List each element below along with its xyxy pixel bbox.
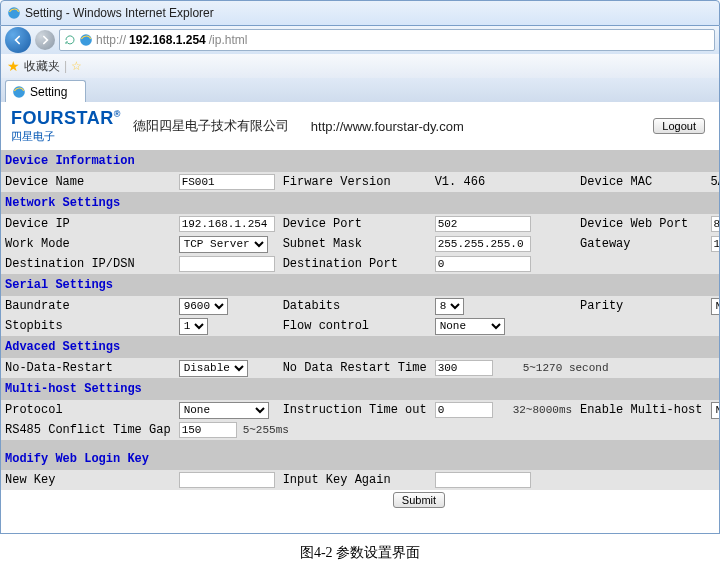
inst-timeout-input[interactable] [435, 402, 493, 418]
flow-select[interactable]: None [435, 318, 505, 335]
key-again-input[interactable] [435, 472, 531, 488]
section-network: Network Settings [1, 192, 720, 214]
gateway-input[interactable] [711, 236, 720, 252]
logout-button[interactable]: Logout [653, 118, 705, 134]
browser-toolbar: http://192.168.1.254/ip.html [0, 26, 720, 54]
label-new-key: New Key [1, 470, 175, 490]
page-content: FOURSTAR® 四星电子 德阳四星电子技术有限公司 http://www.f… [0, 102, 720, 534]
back-button[interactable] [5, 27, 31, 53]
value-device-mac: 5A-4D-6F-59-CD-5D [707, 172, 720, 192]
section-serial: Serial Settings [1, 274, 720, 296]
device-name-input[interactable] [179, 174, 275, 190]
label-web-port: Device Web Port [576, 214, 706, 234]
label-enable-multi: Enable Multi-host [576, 400, 706, 420]
baud-select[interactable]: 9600 [179, 298, 228, 315]
label-device-ip: Device IP [1, 214, 175, 234]
config-table: Device Information Device Name Firware V… [1, 150, 720, 510]
label-device-mac: Device MAC [576, 172, 706, 192]
inst-hint: 32~8000ms [513, 404, 572, 416]
nodata-hint: 5~1270 second [523, 362, 609, 374]
window-title: Setting - Windows Internet Explorer [25, 6, 214, 20]
label-baud: Baundrate [1, 296, 175, 316]
company-url: http://www.fourstar-dy.com [311, 119, 464, 134]
favorites-label[interactable]: 收藏夹 [24, 58, 60, 75]
url-path: /ip.html [209, 33, 248, 47]
forward-button[interactable] [35, 30, 55, 50]
tab-bar: Setting [0, 78, 720, 102]
label-subnet: Subnet Mask [279, 234, 431, 254]
databits-select[interactable]: 8 [435, 298, 464, 315]
page-header: FOURSTAR® 四星电子 德阳四星电子技术有限公司 http://www.f… [1, 102, 719, 150]
url-prefix: http:// [96, 33, 126, 47]
label-dest-port: Destination Port [279, 254, 431, 274]
section-multi: Multi-host Settings [1, 378, 720, 400]
label-device-port: Device Port [279, 214, 431, 234]
favorites-bar: ★ 收藏夹 | ☆ [0, 54, 720, 78]
label-nodata: No-Data-Restart [1, 358, 175, 378]
favorites-star-icon[interactable]: ★ [7, 58, 20, 74]
rs485-gap-input[interactable] [179, 422, 237, 438]
label-dest-ip: Destination IP/DSN [1, 254, 175, 274]
device-port-input[interactable] [435, 216, 531, 232]
subnet-input[interactable] [435, 236, 531, 252]
stopbits-select[interactable]: 1 [179, 318, 208, 335]
submit-button[interactable]: Submit [393, 492, 445, 508]
label-parity: Parity [576, 296, 706, 316]
figure-caption: 图4-2 参数设置界面 [0, 544, 720, 562]
label-databits: Databits [279, 296, 431, 316]
label-flow: Flow control [279, 316, 431, 336]
section-modify: Modify Web Login Key [1, 448, 720, 470]
web-port-input[interactable] [711, 216, 720, 232]
label-firmware: Firware Version [279, 172, 431, 192]
ie-icon [7, 6, 21, 20]
dest-ip-input[interactable] [179, 256, 275, 272]
brand-logo: FOURSTAR® [11, 108, 121, 128]
window-titlebar: Setting - Windows Internet Explorer [0, 0, 720, 26]
company-name: 德阳四星电子技术有限公司 [133, 117, 289, 135]
rs485-hint: 5~255ms [243, 424, 289, 436]
dest-port-input[interactable] [435, 256, 531, 272]
label-rs485-gap: RS485 Conflict Time Gap [1, 420, 175, 440]
brand-cn: 四星电子 [11, 130, 55, 142]
section-device: Device Information [1, 150, 720, 172]
nodata-time-input[interactable] [435, 360, 493, 376]
section-advanced: Advaced Settings [1, 336, 720, 358]
value-firmware: V1. 466 [431, 172, 576, 192]
label-key-again: Input Key Again [279, 470, 431, 490]
address-bar[interactable]: http://192.168.1.254/ip.html [59, 29, 715, 51]
ie-icon [12, 85, 26, 99]
enable-multi-select[interactable]: No [711, 402, 720, 419]
protocol-select[interactable]: None [179, 402, 269, 419]
ie-icon [79, 33, 93, 47]
device-ip-input[interactable] [179, 216, 275, 232]
label-gateway: Gateway [576, 234, 706, 254]
label-stopbits: Stopbits [1, 316, 175, 336]
label-device-name: Device Name [1, 172, 175, 192]
label-inst-timeout: Instruction Time out [279, 400, 431, 420]
tab-label: Setting [30, 85, 67, 99]
parity-select[interactable]: None [711, 298, 720, 315]
label-nodata-time: No Data Restart Time [279, 358, 431, 378]
add-favorite-icon[interactable]: ☆ [71, 59, 82, 73]
nodata-select[interactable]: Disable [179, 360, 248, 377]
label-protocol: Protocol [1, 400, 175, 420]
label-work-mode: Work Mode [1, 234, 175, 254]
work-mode-select[interactable]: TCP Server [179, 236, 268, 253]
refresh-icon [64, 34, 76, 46]
tab-setting[interactable]: Setting [5, 80, 86, 102]
url-host: 192.168.1.254 [129, 33, 206, 47]
new-key-input[interactable] [179, 472, 275, 488]
